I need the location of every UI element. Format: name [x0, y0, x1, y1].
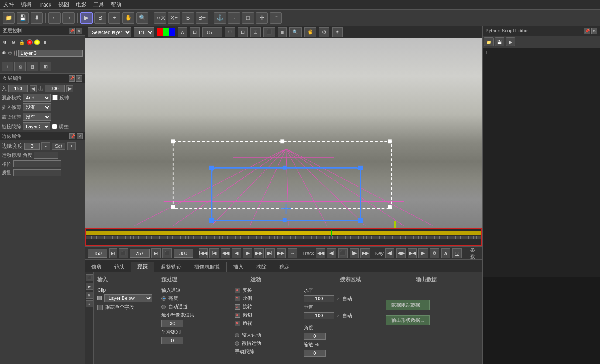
select-rect-btn[interactable]: ⬚: [270, 12, 282, 24]
edge-props-close[interactable]: ✕: [77, 133, 83, 139]
timeline-area[interactable]: [85, 228, 482, 246]
key-btn-1[interactable]: ◀|: [385, 248, 395, 258]
copy-layer-btn[interactable]: ⎘: [14, 62, 26, 71]
out-btn-r[interactable]: ▶: [66, 85, 73, 92]
settings-icon[interactable]: ⚙: [10, 39, 17, 46]
crosshair-btn[interactable]: ✛: [256, 12, 268, 24]
track-step-back-btn[interactable]: ◀|: [327, 248, 336, 258]
vertical-input[interactable]: [304, 312, 334, 319]
timeline-bar[interactable]: [86, 231, 481, 235]
view-btn-8[interactable]: ⚙: [319, 27, 329, 37]
track-fwd-btn[interactable]: |▶: [350, 248, 359, 258]
step-frame-back-btn[interactable]: ◀: [232, 248, 241, 258]
step-frame-fwd-btn[interactable]: ▶|: [265, 248, 275, 258]
layer-props-close[interactable]: ✕: [76, 75, 82, 82]
angle-input[interactable]: [34, 152, 58, 159]
circle-btn[interactable]: ○: [228, 12, 240, 24]
panel-pin-btn[interactable]: 📌: [69, 28, 75, 34]
open-folder-btn[interactable]: 📁: [3, 12, 15, 24]
in-btn-l[interactable]: ◀: [30, 85, 37, 92]
angle-tracker-input[interactable]: [304, 333, 326, 340]
add-layer-btn[interactable]: +: [2, 62, 13, 71]
track-single-checkbox[interactable]: [97, 305, 103, 310]
menu-icon[interactable]: ≡: [41, 39, 48, 46]
key-btn-4[interactable]: ▶|: [418, 248, 428, 258]
smooth-input[interactable]: [161, 337, 183, 344]
phase-input[interactable]: [13, 160, 61, 167]
insert-trim-select[interactable]: 没有: [23, 103, 51, 111]
python-pin-btn[interactable]: 📌: [584, 28, 590, 34]
play-back-btn[interactable]: ◀◀: [221, 248, 230, 258]
edge-width-plus-btn[interactable]: +: [67, 142, 76, 150]
mid-btn-l[interactable]: ⬛: [162, 248, 172, 258]
menu-track[interactable]: Track: [38, 2, 51, 8]
zoom-btn[interactable]: 🔍: [136, 12, 148, 24]
delete-layer-btn[interactable]: 🗑: [27, 62, 38, 71]
track-fwd2-btn[interactable]: ▶▶: [360, 248, 370, 258]
move-b-btn[interactable]: B: [182, 12, 194, 24]
anchor-btn[interactable]: ⚓: [214, 12, 226, 24]
side-icon-3[interactable]: ⊞: [86, 292, 93, 299]
min-pixels-input[interactable]: [161, 320, 183, 327]
reverse-checkbox[interactable]: [52, 95, 58, 100]
layer-color-red[interactable]: [14, 50, 15, 56]
tab-adjust[interactable]: 调整轨迹: [154, 262, 188, 272]
menu-help[interactable]: 帮助: [111, 1, 121, 8]
redo-btn[interactable]: →: [62, 12, 75, 24]
save-btn[interactable]: 💾: [17, 12, 29, 24]
layer-settings-icon[interactable]: ⚙: [8, 50, 12, 57]
step-back-btn[interactable]: |◀: [209, 248, 219, 258]
canvas-area[interactable]: [85, 38, 482, 228]
link-limit-select[interactable]: Layer 3: [23, 122, 50, 130]
python-save-btn[interactable]: 💾: [495, 37, 504, 46]
perspective-checkbox[interactable]: [235, 321, 240, 326]
shear-checkbox[interactable]: [235, 313, 240, 318]
mask-trim-select[interactable]: 没有: [23, 113, 51, 121]
move-bp-btn[interactable]: B+: [196, 12, 208, 24]
python-close-btn[interactable]: ✕: [591, 28, 597, 34]
adjust-checkbox[interactable]: [52, 124, 57, 129]
track-back-btn[interactable]: ◀◀: [316, 248, 326, 258]
layer-color-2[interactable]: [34, 39, 40, 45]
view-btn-4[interactable]: ⬛: [263, 27, 275, 37]
edge-width-input[interactable]: [24, 143, 40, 150]
view-btn-1[interactable]: ⬚: [225, 27, 235, 37]
python-editor-area[interactable]: 1: [483, 48, 600, 277]
out-value-input[interactable]: [45, 85, 65, 92]
lock-icon[interactable]: 🔒: [18, 39, 25, 46]
mid-btn-r[interactable]: ▶|: [151, 248, 161, 258]
key-u-btn[interactable]: U: [452, 248, 462, 258]
layer-below-select[interactable]: Layer Below: [104, 294, 152, 302]
edge-set-btn[interactable]: Set: [52, 143, 65, 150]
alpha-btn[interactable]: A: [178, 27, 187, 37]
set-in-btn[interactable]: ▶|: [109, 248, 117, 258]
key-btn-3[interactable]: ▶◀: [408, 248, 417, 258]
goto-end-btn[interactable]: ▶▶|: [277, 248, 286, 258]
small-motion-radio[interactable]: [235, 341, 239, 346]
view-btn-5[interactable]: ≡: [278, 27, 287, 37]
edge-width-minus-btn[interactable]: -: [41, 142, 50, 150]
frame-mid-input[interactable]: [130, 249, 150, 258]
hand-btn[interactable]: ✋: [122, 12, 134, 24]
large-motion-radio[interactable]: [235, 333, 239, 337]
menu-movie[interactable]: 电影: [76, 1, 86, 8]
view-btn-7[interactable]: 🖐: [304, 27, 316, 37]
move-x-btn[interactable]: ↔X: [154, 12, 166, 24]
python-open-btn[interactable]: 📁: [484, 37, 494, 46]
select-btn[interactable]: ▶: [80, 12, 93, 24]
zoom-selector[interactable]: 1:1: [134, 27, 154, 37]
panel-close-btn[interactable]: ✕: [76, 28, 82, 34]
comp-btn[interactable]: ⊞: [190, 27, 200, 37]
move-xp-btn[interactable]: X+: [168, 12, 180, 24]
zoom-tracker-input[interactable]: [304, 350, 326, 357]
side-icon-2[interactable]: ▶: [86, 283, 93, 290]
key-btn-5[interactable]: ⚙: [430, 248, 439, 258]
frame-out-input[interactable]: [174, 249, 193, 258]
play-btn[interactable]: ▶: [243, 248, 253, 258]
tab-track[interactable]: 跟踪: [131, 262, 154, 272]
view-btn-9[interactable]: ☀: [332, 27, 343, 37]
menu-file[interactable]: 文件: [3, 1, 14, 8]
opacity-display[interactable]: 0.5: [202, 27, 222, 37]
tab-remove[interactable]: 移除: [250, 262, 273, 272]
view-btn-6[interactable]: 🔍: [289, 27, 302, 37]
